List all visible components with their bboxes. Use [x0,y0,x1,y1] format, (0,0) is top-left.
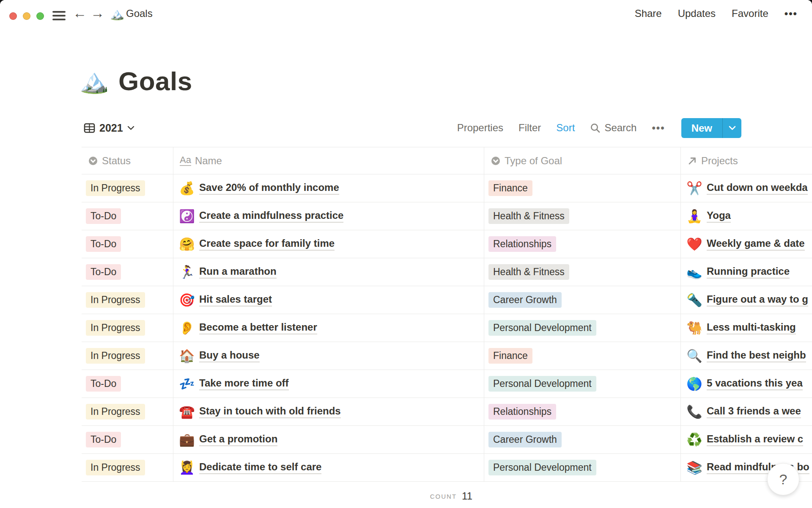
favorite-button[interactable]: Favorite [732,8,768,19]
properties-button[interactable]: Properties [457,122,503,134]
projects-cell[interactable]: 🌎5 vacations this yea [681,370,812,398]
column-header-name[interactable]: AaName [173,147,484,174]
new-dropdown-icon[interactable] [723,118,741,138]
column-header-status[interactable]: Status [82,147,173,174]
status-cell[interactable]: In Progress [82,454,173,481]
goal-title-link[interactable]: Take more time off [199,377,289,390]
type-of-goal-cell[interactable]: Career Growth [484,426,681,453]
close-window-button[interactable] [9,12,17,20]
minimize-window-button[interactable] [23,12,30,20]
sidebar-menu-icon[interactable] [52,11,66,22]
project-link[interactable]: 5 vacations this yea [707,377,803,390]
goal-title-link[interactable]: Hit sales target [199,293,272,306]
project-link[interactable]: Less multi-tasking [707,321,796,334]
sort-button[interactable]: Sort [556,122,575,134]
project-link[interactable]: Establish a review c [707,433,803,446]
table-row: In Progress☎️Stay in touch with old frie… [82,398,812,426]
projects-cell[interactable]: 📞Call 3 friends a wee [681,398,812,425]
project-emoji-icon: 📞 [686,404,702,419]
database-toolbar: 2021 Properties Filter Sort Search ••• N… [0,118,812,138]
goal-title-link[interactable]: Create space for family time [199,237,335,251]
type-of-goal-cell[interactable]: Personal Development [484,370,681,398]
goal-title-link[interactable]: Create a mindfulness practice [199,210,343,223]
status-cell[interactable]: To-Do [82,258,173,286]
more-options-icon[interactable]: ••• [785,8,798,19]
count-aggregate[interactable]: COUNT 11 [173,487,484,505]
name-cell[interactable]: 💤Take more time off [173,370,484,398]
projects-cell[interactable]: ✂️Cut down on weekda [681,174,812,202]
column-header-projects[interactable]: Projects [681,147,812,174]
name-cell[interactable]: 🏠Buy a house [173,342,484,370]
help-button[interactable]: ? [767,463,799,495]
project-emoji-icon: 📚 [686,460,702,475]
back-icon[interactable]: ← [73,0,87,27]
name-cell[interactable]: 💰Save 20% of monthly income [173,174,484,202]
breadcrumb-page-icon: 🏔️ [110,0,124,27]
goal-title-link[interactable]: Dedicate time to self care [199,461,321,474]
project-link[interactable]: Weekly game & date [707,237,805,251]
project-link[interactable]: Find the best neighb [707,349,806,362]
name-cell[interactable]: 💆‍♀️Dedicate time to self care [173,454,484,481]
status-cell[interactable]: To-Do [82,426,173,453]
name-cell[interactable]: 🏃‍♀️Run a marathon [173,258,484,286]
column-header-type-of-goal[interactable]: Type of Goal [484,147,681,174]
status-cell[interactable]: In Progress [82,398,173,425]
status-cell[interactable]: In Progress [82,286,173,314]
project-link[interactable]: Call 3 friends a wee [707,405,801,418]
search-button[interactable]: Search [590,122,636,134]
question-mark-icon: ? [779,471,787,488]
type-of-goal-cell[interactable]: Finance [484,342,681,370]
name-cell[interactable]: 🤗Create space for family time [173,230,484,258]
projects-cell[interactable]: 🔦Figure out a way to g [681,286,812,314]
goal-title-link[interactable]: Get a promotion [199,433,277,446]
type-of-goal-cell[interactable]: Personal Development [484,454,681,481]
goal-title-link[interactable]: Become a better listener [199,321,317,334]
new-button[interactable]: New [681,118,741,138]
project-link[interactable]: Yoga [707,210,731,223]
name-cell[interactable]: 👂Become a better listener [173,314,484,342]
goal-title-link[interactable]: Stay in touch with old friends [199,405,341,418]
goal-emoji-icon: 💼 [179,432,195,447]
goal-title-link[interactable]: Save 20% of monthly income [199,182,339,195]
type-of-goal-cell[interactable]: Personal Development [484,314,681,342]
status-cell[interactable]: In Progress [82,174,173,202]
name-cell[interactable]: ☯️Create a mindfulness practice [173,202,484,230]
projects-cell[interactable]: ♻️Establish a review c [681,426,812,453]
select-icon [88,156,98,166]
status-cell[interactable]: In Progress [82,314,173,342]
page-title[interactable]: Goals [118,66,192,96]
type-of-goal-cell[interactable]: Health & Fitness [484,258,681,286]
status-cell[interactable]: To-Do [82,230,173,258]
goal-title-link[interactable]: Buy a house [199,349,260,362]
toolbar-more-icon[interactable]: ••• [652,122,665,134]
status-cell[interactable]: To-Do [82,202,173,230]
name-cell[interactable]: 🎯Hit sales target [173,286,484,314]
projects-cell[interactable]: ❤️Weekly game & date [681,230,812,258]
type-of-goal-cell[interactable]: Finance [484,174,681,202]
project-link[interactable]: Figure out a way to g [707,293,808,306]
goal-title-link[interactable]: Run a marathon [199,265,277,279]
status-cell[interactable]: In Progress [82,342,173,370]
type-of-goal-cell[interactable]: Relationships [484,398,681,425]
updates-button[interactable]: Updates [678,8,716,19]
forward-icon[interactable]: → [91,0,104,27]
breadcrumb[interactable]: Goals [126,0,153,27]
projects-cell[interactable]: 🧘‍♀️Yoga [681,202,812,230]
share-button[interactable]: Share [635,8,662,19]
type-of-goal-cell[interactable]: Health & Fitness [484,202,681,230]
page-icon[interactable]: 🏔️ [80,66,118,96]
zoom-window-button[interactable] [36,12,44,20]
projects-cell[interactable]: 👟Running practice [681,258,812,286]
name-cell[interactable]: 💼Get a promotion [173,426,484,453]
name-cell[interactable]: ☎️Stay in touch with old friends [173,398,484,425]
status-badge: In Progress [86,460,145,475]
type-of-goal-cell[interactable]: Relationships [484,230,681,258]
projects-cell[interactable]: 🔍Find the best neighb [681,342,812,370]
type-of-goal-cell[interactable]: Career Growth [484,286,681,314]
projects-cell[interactable]: 🐫Less multi-tasking [681,314,812,342]
view-switcher[interactable]: 2021 [84,118,134,138]
project-link[interactable]: Cut down on weekda [707,182,808,195]
filter-button[interactable]: Filter [518,122,541,134]
project-link[interactable]: Running practice [707,265,790,279]
status-cell[interactable]: To-Do [82,370,173,398]
